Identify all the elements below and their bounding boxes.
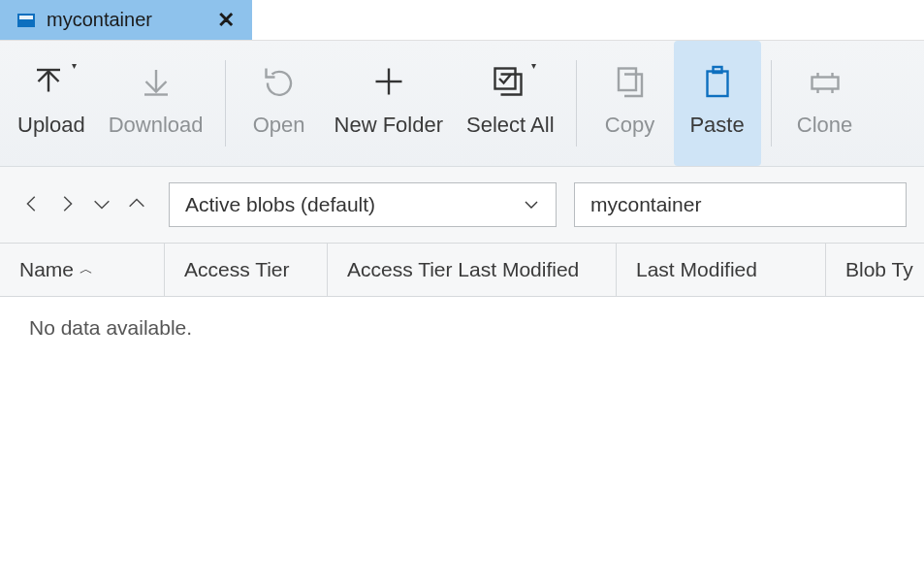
svg-rect-1 (619, 68, 636, 90)
new-folder-button[interactable]: New Folder (323, 41, 455, 166)
copy-icon (613, 64, 648, 99)
path-value: mycontainer (590, 193, 701, 216)
close-tab-icon[interactable]: ✕ (217, 8, 235, 33)
svg-rect-4 (812, 77, 838, 88)
separator (576, 60, 577, 147)
nav-down-button[interactable] (87, 189, 116, 221)
table-header: Name ︿ Access Tier Access Tier Last Modi… (0, 243, 924, 297)
nav-up-button[interactable] (122, 189, 151, 221)
column-access-tier[interactable]: Access Tier (165, 244, 328, 296)
column-blob-type[interactable]: Blob Ty (826, 244, 924, 296)
nav-forward-button[interactable] (52, 189, 81, 221)
copy-button: Copy (587, 41, 674, 166)
sort-asc-icon: ︿ (80, 261, 93, 278)
upload-label: Upload (17, 113, 85, 138)
copy-label: Copy (605, 113, 654, 138)
column-access-tier-modified[interactable]: Access Tier Last Modified (328, 244, 617, 296)
column-name[interactable]: Name ︿ (0, 244, 165, 296)
download-label: Download (109, 113, 204, 138)
svg-rect-3 (713, 67, 721, 73)
download-icon (139, 64, 174, 99)
tab-mycontainer[interactable]: mycontainer ✕ (0, 0, 252, 40)
empty-state-text: No data available. (29, 316, 192, 339)
path-input[interactable]: mycontainer (574, 182, 907, 227)
download-button: Download (97, 41, 215, 166)
separator (225, 60, 226, 147)
select-all-icon (491, 64, 526, 99)
upload-icon (31, 64, 66, 99)
column-access-tier-label: Access Tier (184, 258, 290, 281)
select-all-label: Select All (466, 113, 555, 138)
paste-label: Paste (689, 113, 744, 138)
clone-icon (808, 64, 843, 99)
paste-icon (700, 64, 735, 99)
column-last-modified[interactable]: Last Modified (617, 244, 826, 296)
toolbar: ▾ Upload Download Open New Folder ▾ Sele… (0, 41, 924, 167)
tab-bar: mycontainer ✕ (0, 0, 924, 41)
column-last-modified-label: Last Modified (636, 258, 757, 281)
nav-row: Active blobs (default) mycontainer (0, 167, 924, 243)
clone-button: Clone (781, 41, 869, 166)
chevron-down-icon: ▾ (72, 60, 77, 71)
chevron-down-icon: ▾ (531, 60, 536, 71)
nav-back-button[interactable] (17, 189, 47, 221)
blob-filter-value: Active blobs (default) (185, 193, 375, 216)
plus-icon (371, 64, 406, 99)
select-all-button[interactable]: ▾ Select All (455, 41, 566, 166)
svg-rect-0 (494, 68, 515, 88)
upload-button[interactable]: ▾ Upload (6, 41, 97, 166)
chevron-down-icon (523, 196, 540, 213)
open-label: Open (253, 113, 305, 138)
nav-arrows (17, 189, 151, 221)
column-blob-type-label: Blob Ty (845, 258, 913, 281)
separator (771, 60, 772, 147)
blob-filter-select[interactable]: Active blobs (default) (169, 182, 557, 227)
table-body: No data available. (0, 297, 924, 587)
open-icon (262, 64, 297, 99)
column-access-tier-modified-label: Access Tier Last Modified (347, 258, 579, 281)
clone-label: Clone (797, 113, 852, 138)
open-button: Open (236, 41, 323, 166)
paste-button[interactable]: Paste (674, 41, 761, 166)
svg-rect-2 (707, 71, 727, 96)
container-icon (17, 14, 35, 27)
tab-title: mycontainer (47, 9, 152, 31)
new-folder-label: New Folder (335, 113, 443, 138)
column-name-label: Name (19, 258, 74, 281)
